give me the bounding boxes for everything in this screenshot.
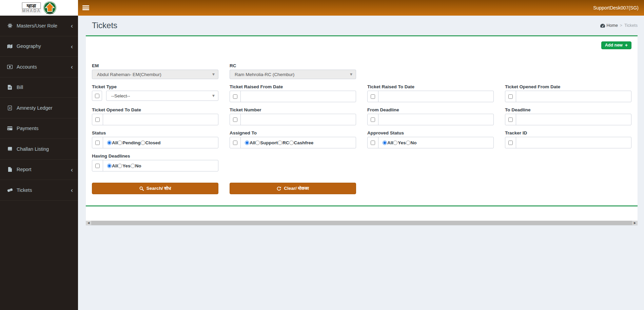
approved-status-radio-input-yes[interactable] — [393, 141, 397, 145]
sidebar-item-payments[interactable]: Payments — [0, 118, 78, 139]
ticket-type-select[interactable]: --Select-- ▼ — [106, 91, 218, 101]
ticket-type-field: Ticket Type --Select-- ▼ — [92, 84, 218, 102]
status-radio-input-closed[interactable] — [141, 141, 145, 145]
assigned-to-radio-input-all[interactable] — [245, 141, 249, 145]
status-radio-all[interactable]: All — [107, 140, 118, 145]
status-radio-group: AllPendingClosed — [103, 137, 218, 148]
horizontal-scrollbar[interactable]: ◀ ▶ — [86, 221, 638, 225]
file-icon — [6, 167, 14, 172]
sidebar-item-label: Accounts — [17, 64, 71, 70]
breadcrumb-separator: > — [620, 23, 622, 28]
top-navbar: SupportDesk007(SG) — [78, 0, 644, 16]
opened-to-date-input[interactable] — [103, 114, 218, 125]
opened-to-enable-checkbox[interactable] — [95, 117, 100, 122]
caret-down-icon: ▼ — [212, 94, 215, 97]
sidebar-item-accounts[interactable]: Accounts‹ — [0, 57, 78, 77]
approved-status-enable-checkbox[interactable] — [371, 141, 375, 145]
raised-from-enable-checkbox[interactable] — [233, 94, 237, 99]
approved-status-radio-input-no[interactable] — [406, 141, 410, 145]
assigned-to-radio-support[interactable]: Support — [255, 140, 278, 145]
status-radio-pending[interactable]: Pending — [118, 140, 140, 145]
add-new-button[interactable]: Add new + — [601, 41, 631, 49]
to-deadline-enable-checkbox[interactable] — [508, 117, 513, 122]
scroll-right-arrow-icon[interactable]: ▶ — [632, 221, 638, 224]
ticket-icon — [6, 188, 14, 193]
status-radio-closed[interactable]: Closed — [141, 140, 161, 145]
from-deadline-enable-checkbox[interactable] — [371, 117, 375, 122]
content-area: Tickets Home > Tickets — [78, 16, 644, 310]
to-deadline-field: To Deadline — [505, 107, 631, 125]
sidebar-item-label: Report — [17, 167, 71, 172]
refresh-icon — [277, 186, 281, 191]
rc-select: Ram Mehrolia-RC (Chembur) ▼ — [230, 70, 356, 79]
sidebar-item-masters-user-role[interactable]: Masters/User Role‹ — [0, 16, 78, 36]
ticket-number-enable-checkbox[interactable] — [233, 117, 237, 122]
assigned-to-radio-cashfree[interactable]: Cashfree — [289, 140, 314, 145]
raised-from-field: Ticket Raised From Date — [230, 84, 356, 102]
sidebar-item-tickets[interactable]: Tickets‹ — [0, 180, 78, 201]
clear-button[interactable]: Clear/ मोकळा — [230, 183, 356, 194]
raised-to-date-input[interactable] — [378, 91, 493, 102]
raised-to-field: Ticket Raised To Date — [367, 84, 494, 102]
having-deadlines-enable-checkbox[interactable] — [95, 164, 100, 168]
search-button-label: Search/ शोध — [147, 186, 171, 191]
approved-status-radio-all[interactable]: All — [383, 140, 393, 145]
em-field: EM Abdul Raheman- EM(Chembur) ▼ — [92, 63, 218, 79]
status-label: Status — [92, 130, 218, 135]
having-deadlines-radio-input-no[interactable] — [131, 164, 135, 168]
from-deadline-label: From Deadline — [367, 107, 494, 112]
scrollbar-thumb[interactable] — [91, 221, 632, 225]
having-deadlines-radio-all[interactable]: All — [107, 163, 118, 168]
opened-from-date-input[interactable] — [516, 91, 631, 102]
sidebar-item-bill[interactable]: Bill — [0, 77, 78, 98]
sidebar-item-geography[interactable]: Geography‹ — [0, 36, 78, 57]
ticket-type-enable-checkbox[interactable] — [95, 94, 99, 98]
sidebar-item-label: Bill — [17, 85, 73, 90]
opened-from-enable-checkbox[interactable] — [508, 94, 513, 99]
having-deadlines-radio-input-all[interactable] — [107, 164, 112, 168]
radio-option-label: All — [250, 140, 255, 145]
radio-option-label: All — [112, 140, 118, 145]
radio-option-label: Support — [260, 140, 278, 145]
assigned-to-radio-all[interactable]: All — [245, 140, 255, 145]
sidebar-toggle-button[interactable] — [82, 5, 89, 10]
status-radio-input-pending[interactable] — [118, 141, 122, 145]
having-deadlines-radio-yes[interactable]: Yes — [118, 163, 130, 168]
user-account-label[interactable]: SupportDesk007(SG) — [593, 5, 639, 11]
raised-from-date-input[interactable] — [241, 91, 356, 102]
sidebar-item-challan-listing[interactable]: Challan Listing — [0, 139, 78, 160]
assigned-to-enable-checkbox[interactable] — [233, 141, 237, 145]
ticket-number-input[interactable] — [241, 114, 356, 125]
status-radio-input-all[interactable] — [107, 141, 112, 145]
having-deadlines-radio-input-yes[interactable] — [118, 164, 122, 168]
sidebar-item-amnesty-ledger[interactable]: xAmnesty Ledger — [0, 98, 78, 118]
status-enable-checkbox[interactable] — [95, 141, 100, 145]
opened-from-label: Ticket Opened From Date — [505, 84, 631, 89]
radio-option-label: RC — [282, 140, 289, 145]
plus-icon: + — [625, 43, 628, 48]
assigned-to-radio-input-cashfree[interactable] — [289, 141, 294, 145]
sidebar-menu: Masters/User Role‹Geography‹Accounts‹Bil… — [0, 16, 78, 201]
tracker-id-input[interactable] — [516, 137, 631, 148]
tracker-id-enable-checkbox[interactable] — [508, 141, 513, 145]
radio-option-label: All — [387, 140, 393, 145]
raised-to-enable-checkbox[interactable] — [371, 94, 375, 99]
em-select-value: Abdul Raheman- EM(Chembur) — [97, 72, 161, 77]
scroll-left-arrow-icon[interactable]: ◀ — [86, 221, 91, 224]
approved-status-radio-group: AllYesNo — [378, 137, 493, 148]
assigned-to-radio-input-rc[interactable] — [278, 141, 282, 145]
to-deadline-input[interactable] — [516, 114, 631, 125]
approved-status-radio-yes[interactable]: Yes — [393, 140, 406, 145]
from-deadline-input[interactable] — [378, 114, 493, 125]
sidebar-item-report[interactable]: Report‹ — [0, 160, 78, 180]
assigned-to-radio-input-support[interactable] — [255, 141, 260, 145]
having-deadlines-radio-no[interactable]: No — [131, 163, 141, 168]
search-button[interactable]: Search/ शोध — [92, 183, 218, 194]
opened-to-label: Ticket Opened To Date — [92, 107, 218, 112]
breadcrumb-home-link[interactable]: Home — [600, 23, 618, 28]
approved-status-radio-input-all[interactable] — [383, 141, 387, 145]
assigned-to-radio-rc[interactable]: RC — [278, 140, 289, 145]
rc-select-value: Ram Mehrolia-RC (Chembur) — [235, 72, 294, 77]
having-deadlines-radio-group: AllYesNo — [103, 160, 218, 171]
approved-status-radio-no[interactable]: No — [406, 140, 417, 145]
